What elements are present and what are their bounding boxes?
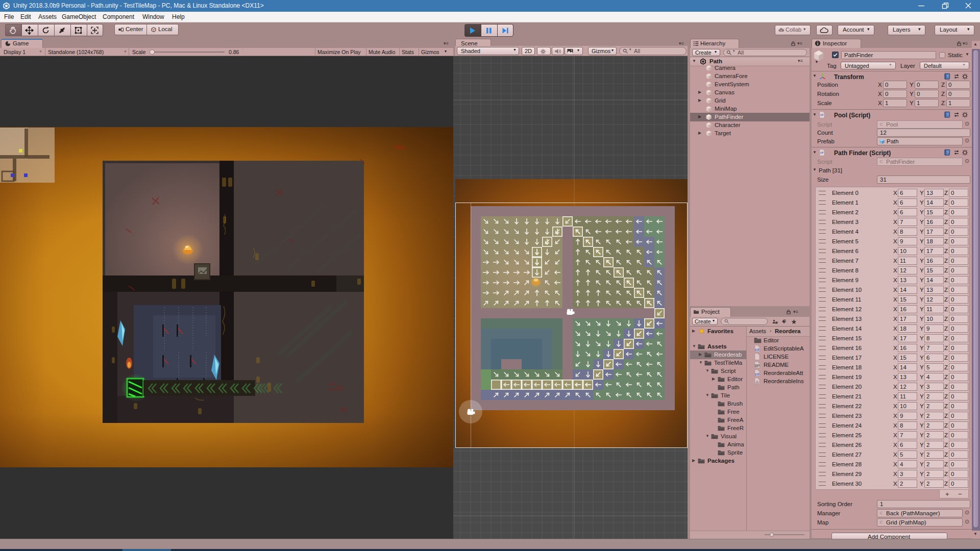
svg-text:?: ? — [947, 74, 949, 78]
svg-text:?: ? — [947, 113, 949, 116]
svg-text:c#: c# — [820, 151, 823, 154]
svg-text:?: ? — [947, 151, 949, 154]
svg-text:c#: c# — [820, 113, 823, 116]
